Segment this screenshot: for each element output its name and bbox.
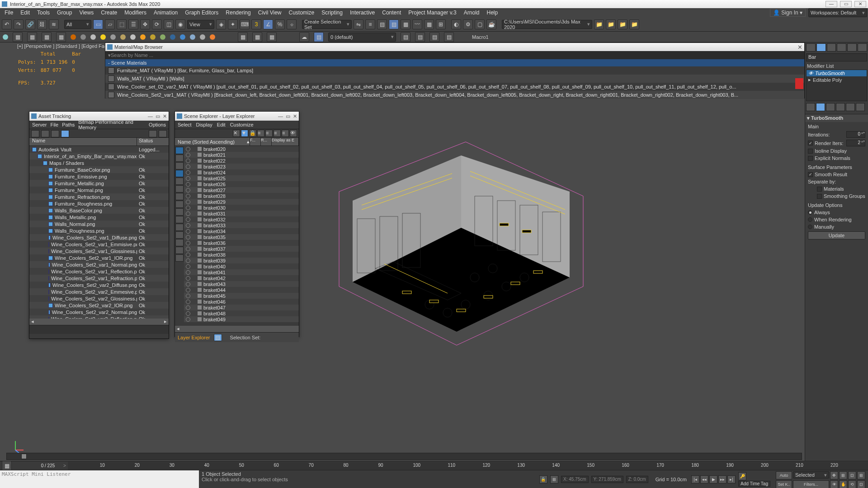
set-key-button[interactable]: Set K.. (776, 480, 792, 488)
t2-btn[interactable]: ▤ (429, 32, 439, 42)
dot-icon[interactable] (80, 34, 86, 40)
scale-button[interactable]: ◫ (164, 19, 174, 29)
asset-menu-item[interactable]: Options (149, 122, 166, 127)
layer-btn[interactable]: ▤ (214, 334, 222, 341)
visibility-icon[interactable] (186, 164, 190, 169)
asset-row[interactable]: Wine_Coolers_Set2_var1_Glossiness.pngOk (29, 248, 169, 254)
rotate-button[interactable]: ⟳ (152, 19, 162, 29)
smooth-result-checkbox[interactable]: ✓ (808, 172, 813, 177)
material-row[interactable]: Walls_MAT ( VRayMtl ) [Walls] (105, 75, 804, 83)
scene-item[interactable]: braket038 (184, 252, 299, 258)
menu-create[interactable]: Create (97, 9, 121, 17)
visibility-icon[interactable] (186, 153, 190, 157)
render-button[interactable]: ☕ (486, 19, 496, 29)
asset-row[interactable]: Wine_Coolers_Set2_var1_Refraction.pngOk (29, 275, 169, 282)
percent-snap-toggle[interactable]: % (275, 19, 285, 29)
asset-row[interactable]: Walls_Metallic.pngOk (29, 214, 169, 221)
use-center-button[interactable]: ◈ (216, 19, 226, 29)
asset-row[interactable]: Wine_Coolers_Set2_var1_Normal.pngOk (29, 261, 169, 268)
select-object-button[interactable]: ▭ (93, 19, 103, 29)
scene-side-btn[interactable] (175, 208, 184, 216)
scene-item[interactable]: braket029 (184, 199, 299, 205)
scene-menu-item[interactable]: Select (178, 122, 192, 127)
scene-side-btn[interactable] (175, 155, 184, 162)
dot-icon[interactable] (130, 34, 136, 40)
asset-row[interactable]: Maps / Shaders (29, 160, 169, 166)
maxscript-listener[interactable]: MAXScript Mini Listener (0, 470, 199, 488)
t2-btn[interactable]: ▤ (314, 32, 324, 42)
scene-side-btn[interactable] (175, 224, 184, 231)
goto-end-button[interactable]: ▸| (727, 475, 736, 483)
dot-icon[interactable] (140, 34, 146, 40)
utilities-tab[interactable] (858, 43, 867, 52)
scene-side-btn[interactable] (175, 193, 184, 200)
scene-item[interactable]: braket033 (184, 222, 299, 228)
visibility-icon[interactable] (186, 194, 190, 198)
t2-btn[interactable]: ☁ (299, 32, 309, 42)
close-button[interactable]: ✕ (854, 1, 866, 7)
col-display[interactable]: Display as E (272, 138, 299, 145)
dot-icon[interactable] (100, 34, 106, 40)
asset-row[interactable]: Furniture_Emissive.pngOk (29, 173, 169, 180)
menu-help[interactable]: Help (483, 9, 501, 17)
menu-rendering[interactable]: Rendering (222, 9, 254, 17)
visibility-icon[interactable] (186, 241, 190, 245)
scene-item[interactable]: braket041 (184, 269, 299, 275)
spinner-snap-toggle[interactable]: ⟐ (287, 19, 297, 29)
scene-side-btn[interactable] (175, 216, 184, 223)
angle-snap-toggle[interactable]: ∠ (263, 19, 273, 29)
layer-dropdown[interactable]: 0 (default) (328, 33, 396, 42)
visibility-icon[interactable] (186, 253, 190, 257)
mirror-button[interactable]: ⇋ (354, 19, 363, 29)
proj4-button[interactable]: 📁 (629, 19, 639, 29)
scene-side-btn[interactable] (175, 178, 184, 185)
t2-btn[interactable]: ▦ (56, 32, 66, 42)
scene-item[interactable]: braket021 (184, 152, 299, 158)
scene-item[interactable]: braket034 (184, 228, 299, 234)
update-manual-radio[interactable] (808, 225, 812, 229)
scene-item[interactable]: braket032 (184, 216, 299, 222)
scene-side-btn[interactable] (175, 185, 184, 192)
menu-group[interactable]: Group (53, 9, 75, 17)
scene-menu-item[interactable]: Customize (230, 122, 254, 127)
visibility-icon[interactable] (186, 294, 190, 298)
scene-tb-btn[interactable]: 👁 (290, 130, 297, 137)
scene-item[interactable]: braket025 (184, 175, 299, 181)
asset-row[interactable]: Walls_Normal.pngOk (29, 221, 169, 227)
scene-item[interactable]: braket036 (184, 240, 299, 246)
coord-y[interactable]: Y: 271.859cm (591, 476, 623, 483)
scene-item[interactable]: braket031 (184, 211, 299, 216)
modifier-item-turbosmooth[interactable]: 👁 TurboSmooth (807, 70, 867, 76)
scene-item[interactable]: braket043 (184, 281, 299, 287)
nav-btn[interactable]: ✋ (839, 480, 847, 488)
layer1-button[interactable]: ▤ (377, 19, 387, 29)
asset-row[interactable]: Furniture_BaseColor.pngOk (29, 166, 169, 173)
scene-item[interactable]: braket030 (184, 205, 299, 211)
visibility-icon[interactable] (186, 305, 190, 310)
visibility-icon[interactable] (186, 229, 190, 234)
asset-tb-btn[interactable] (61, 130, 69, 137)
asset-row[interactable]: Furniture_Metallic.pngOk (29, 180, 169, 187)
scene-item[interactable]: braket044 (184, 287, 299, 293)
explicit-checkbox[interactable] (808, 156, 813, 161)
menu-graph-editors[interactable]: Graph Editors (181, 9, 222, 17)
redo-button[interactable]: ↷ (14, 19, 24, 29)
align-button[interactable]: ≡ (365, 19, 375, 29)
menu-modifiers[interactable]: Modifiers (121, 9, 150, 17)
motion-tab[interactable] (837, 43, 846, 52)
t2-btn[interactable]: ▦ (238, 32, 248, 42)
scene-item[interactable]: braket035 (184, 234, 299, 240)
dot-icon[interactable] (160, 34, 165, 40)
display-tab[interactable] (847, 43, 857, 52)
dot-icon[interactable] (110, 34, 116, 40)
dot-icon[interactable] (190, 34, 195, 40)
visibility-icon[interactable] (186, 182, 190, 187)
scene-side-btn[interactable] (175, 254, 184, 262)
nav-btn[interactable]: ⊡ (848, 471, 856, 479)
pin-stack-button[interactable] (806, 103, 815, 111)
nav-btn[interactable]: ✥ (830, 471, 838, 479)
hierarchy-tab[interactable] (827, 43, 836, 52)
key-mode-button[interactable]: 🔑 (738, 472, 746, 480)
timeconfig-button[interactable]: ▦ (2, 461, 12, 471)
dot-icon[interactable] (150, 34, 156, 40)
